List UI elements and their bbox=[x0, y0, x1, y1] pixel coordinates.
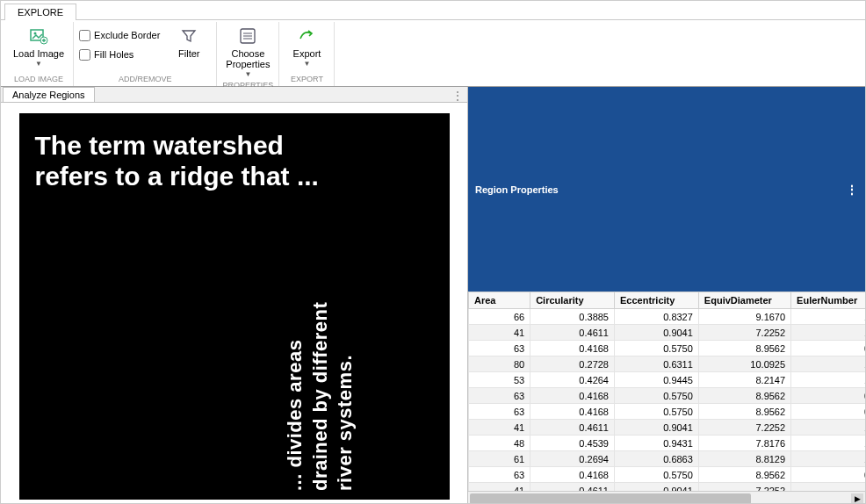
table-cell: 0 bbox=[791, 467, 865, 483]
horizontal-scrollbar[interactable]: ▶ bbox=[468, 491, 865, 504]
table-row[interactable]: 630.41680.57508.95620 bbox=[469, 404, 866, 420]
image-text-top: The term watershed refers to a ridge tha… bbox=[35, 131, 319, 191]
table-cell: 7.2252 bbox=[698, 483, 790, 492]
filter-icon bbox=[178, 25, 199, 47]
table-cell: 41 bbox=[469, 420, 530, 436]
export-button[interactable]: Export ▼ bbox=[285, 24, 328, 69]
table-cell: 0 bbox=[791, 404, 865, 420]
filter-label: Filter bbox=[178, 48, 199, 59]
table-cell: 0.6863 bbox=[615, 451, 699, 467]
panel-tabbar: Analyze Regions ⋮ bbox=[1, 87, 467, 103]
region-properties-title: Region Properties ⋮ bbox=[468, 87, 865, 292]
table-row[interactable]: 630.41680.57508.95620 bbox=[469, 467, 866, 483]
table-cell: 9.1670 bbox=[698, 309, 790, 325]
table-cell: 48 bbox=[469, 436, 530, 451]
table-cell: 41 bbox=[469, 325, 530, 341]
choose-properties-button[interactable]: Choose Properties ▼ bbox=[222, 24, 273, 80]
region-properties-table-wrap[interactable]: AreaCircularityEccentricityEquivDiameter… bbox=[468, 292, 865, 491]
fill-holes-checkbox[interactable]: Fill Holes bbox=[79, 47, 160, 62]
exclude-border-input[interactable] bbox=[79, 30, 90, 41]
table-cell: 0.4611 bbox=[530, 325, 615, 341]
table-row[interactable]: 800.27280.631110.09251 bbox=[469, 356, 866, 372]
main-splitter: Analyze Regions ⋮ The term watershed ref… bbox=[1, 87, 865, 504]
column-header[interactable]: Circularity bbox=[530, 292, 615, 309]
table-cell: 0.8327 bbox=[615, 309, 699, 325]
binary-text-image: The term watershed refers to a ridge tha… bbox=[19, 113, 450, 500]
scroll-right-button[interactable]: ▶ bbox=[851, 493, 863, 504]
table-row[interactable]: 410.46110.90417.22521 bbox=[469, 420, 866, 436]
table-cell: 53 bbox=[469, 372, 530, 388]
tab-explore[interactable]: EXPLORE bbox=[4, 4, 76, 20]
table-cell: 1 bbox=[791, 420, 865, 436]
table-cell: 0.4539 bbox=[530, 436, 615, 451]
ribbon-group-export: Export ▼ EXPORT bbox=[279, 22, 335, 86]
panel-menu-icon[interactable]: ⋮ bbox=[451, 89, 464, 103]
column-header[interactable]: Eccentricity bbox=[615, 292, 699, 309]
ribbon-group-load-image: Load Image ▼ LOAD IMAGE bbox=[4, 22, 74, 86]
table-row[interactable]: 630.41680.57508.95620 bbox=[469, 388, 866, 404]
table-cell: 1 bbox=[791, 372, 865, 388]
image-text-rotated: ... divides areas drained by different r… bbox=[283, 302, 358, 491]
table-cell: 10.0925 bbox=[698, 356, 790, 372]
table-cell: 0.3885 bbox=[530, 309, 615, 325]
ribbon-toolbar: Load Image ▼ LOAD IMAGE Exclude Border F… bbox=[1, 20, 865, 87]
table-cell: 8.9562 bbox=[698, 404, 790, 420]
table-cell: 0.4168 bbox=[530, 467, 615, 483]
analyze-regions-tab[interactable]: Analyze Regions bbox=[3, 87, 95, 102]
table-cell: 1 bbox=[791, 325, 865, 341]
load-image-button[interactable]: Load Image ▼ bbox=[10, 24, 68, 69]
table-cell: 0.2694 bbox=[530, 451, 615, 467]
panel-menu-icon[interactable]: ⋮ bbox=[846, 183, 858, 197]
fill-holes-label: Fill Holes bbox=[94, 49, 134, 60]
table-cell: 0.4264 bbox=[530, 372, 615, 388]
image-canvas[interactable]: The term watershed refers to a ridge tha… bbox=[1, 103, 467, 504]
table-cell: 8.9562 bbox=[698, 467, 790, 483]
column-header[interactable]: EulerNumber bbox=[791, 292, 865, 309]
table-cell: 0.4611 bbox=[530, 420, 615, 436]
table-cell: 1 bbox=[791, 436, 865, 451]
ribbon-group-label: ADD/REMOVE bbox=[79, 74, 211, 84]
table-cell: 8.2147 bbox=[698, 372, 790, 388]
table-cell: 1 bbox=[791, 451, 865, 467]
fill-holes-input[interactable] bbox=[79, 49, 90, 61]
load-image-label: Load Image bbox=[13, 48, 64, 59]
region-properties-panel: Region Properties ⋮ AreaCircularityEccen… bbox=[468, 87, 865, 504]
table-cell: 0.5750 bbox=[615, 388, 699, 404]
table-cell: 63 bbox=[469, 467, 530, 483]
column-header[interactable]: Area bbox=[469, 292, 530, 309]
table-cell: 41 bbox=[469, 483, 530, 492]
table-cell: 0.5750 bbox=[615, 404, 699, 420]
table-cell: 8.9562 bbox=[698, 341, 790, 356]
list-icon bbox=[237, 25, 258, 47]
exclude-border-checkbox[interactable]: Exclude Border bbox=[79, 27, 160, 43]
table-cell: 0.6311 bbox=[615, 356, 699, 372]
table-row[interactable]: 530.42640.94458.21471 bbox=[469, 372, 866, 388]
table-cell: 1 bbox=[791, 309, 865, 325]
table-cell: 0.9431 bbox=[615, 436, 699, 451]
image-plus-icon bbox=[28, 25, 49, 47]
table-row[interactable]: 610.26940.68638.81291 bbox=[469, 451, 866, 467]
filter-button[interactable]: Filter bbox=[167, 24, 211, 61]
table-cell: 0.4168 bbox=[530, 341, 615, 356]
ribbon-tabstrip: EXPLORE bbox=[1, 1, 865, 20]
column-header[interactable]: EquivDiameter bbox=[698, 292, 790, 309]
table-row[interactable]: 630.41680.57508.95620 bbox=[469, 341, 866, 356]
ribbon-group-label: EXPORT bbox=[285, 74, 328, 84]
table-row[interactable]: 410.46110.90417.22521 bbox=[469, 483, 866, 492]
table-cell: 8.8129 bbox=[698, 451, 790, 467]
analyze-regions-panel: Analyze Regions ⋮ The term watershed ref… bbox=[1, 87, 468, 504]
table-row[interactable]: 410.46110.90417.22521 bbox=[469, 325, 866, 341]
table-cell: 7.2252 bbox=[698, 325, 790, 341]
table-row[interactable]: 660.38850.83279.16701 bbox=[469, 309, 866, 325]
table-cell: 0 bbox=[791, 341, 865, 356]
table-cell: 0.4611 bbox=[530, 483, 615, 492]
ribbon-group-properties: Choose Properties ▼ PROPERTIES bbox=[217, 22, 279, 86]
table-cell: 7.2252 bbox=[698, 420, 790, 436]
dropdown-caret-icon: ▼ bbox=[244, 71, 251, 78]
table-cell: 0.4168 bbox=[530, 388, 615, 404]
table-cell: 0.9041 bbox=[615, 325, 699, 341]
dropdown-caret-icon: ▼ bbox=[304, 61, 311, 68]
table-row[interactable]: 480.45390.94317.81761 bbox=[469, 436, 866, 451]
scrollbar-thumb[interactable] bbox=[470, 493, 751, 504]
table-cell: 1 bbox=[791, 356, 865, 372]
